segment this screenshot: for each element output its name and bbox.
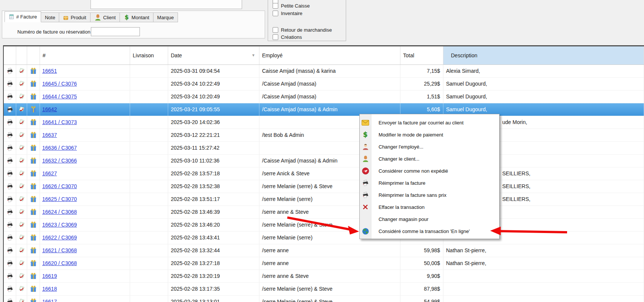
invoice-link[interactable]: 16621 / C3068	[42, 247, 77, 253]
menu-item-2[interactable]: $Modifier le mode de paiement	[360, 129, 499, 141]
gift-icon-cell[interactable]	[27, 231, 40, 244]
reprint-icon-cell[interactable]	[16, 219, 27, 231]
invoice-link[interactable]: 16636 / C3067	[42, 145, 77, 151]
gift-icon-cell[interactable]	[27, 180, 40, 193]
invoice-link[interactable]: 16645 / C3076	[42, 81, 77, 87]
reprint-icon-cell[interactable]	[16, 155, 27, 167]
invoice-link[interactable]: 16651	[42, 68, 57, 74]
invoice-link[interactable]: 16642	[42, 106, 57, 112]
checkbox-box[interactable]	[273, 27, 278, 33]
gift-icon-cell[interactable]	[27, 244, 40, 257]
printer-icon-cell[interactable]	[4, 206, 16, 218]
printer-icon-cell[interactable]	[4, 78, 16, 90]
gift-icon-cell[interactable]	[27, 65, 40, 77]
reprint-icon-cell[interactable]	[16, 90, 27, 103]
menu-item-6[interactable]: Réimprimer la facture	[360, 177, 499, 189]
printer-icon-cell[interactable]	[4, 116, 16, 129]
reprint-icon-cell[interactable]	[16, 116, 27, 129]
menu-item-10[interactable]: Considéré comme la transaction 'En ligne…	[360, 225, 499, 237]
gift-icon-cell[interactable]	[27, 129, 40, 141]
invoice-link[interactable]: 16627	[42, 170, 57, 176]
printer-icon-cell[interactable]	[4, 90, 16, 103]
column-header-date[interactable]: Date▼	[168, 46, 259, 64]
invoice-link[interactable]: 16637	[42, 132, 57, 138]
printer-icon-cell[interactable]	[4, 155, 16, 167]
printer-icon-cell[interactable]	[4, 296, 16, 302]
tab-montant[interactable]: $Montant	[120, 12, 153, 22]
invoice-link[interactable]: 16620 / C3068	[42, 260, 77, 266]
invoice-row-16642[interactable]: 166422025-03-21 09:05:55/Caisse Amjad (m…	[4, 103, 644, 116]
gift-icon-cell[interactable]	[27, 270, 40, 282]
gift-icon-cell[interactable]	[27, 206, 40, 218]
printer-icon-cell[interactable]	[4, 167, 16, 180]
reprint-icon-cell[interactable]	[16, 167, 27, 180]
printer-icon-cell[interactable]	[4, 103, 16, 116]
gift-icon-cell[interactable]	[27, 283, 40, 295]
invoice-row-16645[interactable]: 16645 / C30762025-03-24 10:22:49/Caisse …	[4, 78, 644, 90]
checkbox-petite-caisse[interactable]: Petite Caisse	[273, 3, 310, 9]
gift-icon-cell[interactable]	[27, 167, 40, 180]
reprint-icon-cell[interactable]	[16, 180, 27, 193]
invoice-row-16637[interactable]: 166372025-03-12 22:21:21/test Bob & Admi…	[4, 129, 644, 142]
tab--facture[interactable]: # Facture	[5, 11, 41, 22]
reprint-icon-cell[interactable]	[16, 244, 27, 257]
top-cropped-input-box[interactable]	[90, 0, 242, 9]
printer-icon-cell[interactable]	[4, 193, 16, 205]
invoice-row-16618[interactable]: 166182025-02-28 13:17:35/serre Melanie (…	[4, 283, 644, 296]
checkbox-créations[interactable]: Créations	[273, 34, 302, 40]
printer-icon-cell[interactable]	[4, 129, 16, 141]
gift-icon-cell[interactable]	[27, 219, 40, 231]
printer-icon-cell[interactable]	[4, 180, 16, 193]
invoice-row-16644[interactable]: 16644 / C30752025-03-24 10:20:49/Caisse …	[4, 90, 644, 103]
printer-icon-cell[interactable]	[4, 270, 16, 282]
gift-icon-cell[interactable]	[27, 142, 40, 154]
invoice-link[interactable]: 16617	[42, 299, 57, 302]
invoice-number-input[interactable]	[91, 27, 140, 36]
menu-item-8[interactable]: Effacer la transaction	[360, 201, 499, 213]
gift-icon-cell[interactable]	[27, 116, 40, 129]
column-header-description[interactable]: Description	[443, 46, 644, 64]
invoice-row-16624[interactable]: 16624 / C30682025-02-28 13:46:39/serre a…	[4, 206, 644, 219]
invoice-row-16641[interactable]: 16641 / C30732025-03-20 14:02:36ude Mori…	[4, 116, 644, 129]
menu-item-3[interactable]: Changer l'employé...	[360, 141, 499, 153]
invoice-row-16651[interactable]: 166512025-03-31 09:04:54Caisse Amjad (ma…	[4, 65, 644, 78]
reprint-icon-cell[interactable]	[16, 65, 27, 77]
column-header-livraison[interactable]: Livraison	[130, 46, 168, 64]
menu-item-4[interactable]: Changer le client...	[360, 153, 499, 165]
checkbox-inventaire[interactable]: Inventaire	[273, 11, 302, 16]
invoice-row-16621[interactable]: 16621 / C30682025-02-28 13:32:44/serre a…	[4, 244, 644, 257]
invoice-link[interactable]: 16641 / C3073	[42, 119, 77, 125]
invoice-row-16619[interactable]: 166192025-02-28 13:20:19/serre anne & St…	[4, 270, 644, 283]
printer-icon-cell[interactable]	[4, 142, 16, 154]
reprint-icon-cell[interactable]	[16, 257, 27, 270]
checkbox-box[interactable]	[273, 3, 278, 9]
column-header-num[interactable]: #	[40, 46, 130, 64]
menu-item-5[interactable]: Considérer comme non expédié	[360, 165, 499, 177]
invoice-row-16636[interactable]: 16636 / C30672025-03-11 15:27:42	[4, 142, 644, 155]
tab-produit[interactable]: Produit	[59, 12, 90, 22]
invoice-link[interactable]: 16618	[42, 286, 57, 292]
invoice-row-16623[interactable]: 16623 / C30692025-02-28 13:46:20/serre M…	[4, 219, 644, 231]
column-header-employe[interactable]: Employé	[259, 46, 400, 64]
gift-icon-cell[interactable]	[27, 78, 40, 90]
invoice-row-16627[interactable]: 166272025-02-28 13:57:18/serre Anick & S…	[4, 167, 644, 180]
gift-icon-cell[interactable]	[27, 193, 40, 205]
invoice-row-16620[interactable]: 16620 / C30682025-02-28 13:27:18/serre a…	[4, 257, 644, 270]
reprint-icon-cell[interactable]	[16, 283, 27, 295]
reprint-icon-cell[interactable]	[16, 193, 27, 205]
menu-item-7[interactable]: Réimprimer la facture sans prix	[360, 189, 499, 201]
tab-client[interactable]: Client	[90, 12, 120, 22]
invoice-link[interactable]: 16624 / C3068	[42, 209, 77, 215]
invoice-link[interactable]: 16632 / C3066	[42, 158, 77, 164]
printer-icon-cell[interactable]	[4, 283, 16, 295]
printer-icon-cell[interactable]	[4, 257, 16, 270]
gift-icon-cell[interactable]	[27, 155, 40, 167]
invoice-link[interactable]: 16625 / C3070	[42, 196, 77, 202]
column-header-total[interactable]: Total	[400, 46, 443, 64]
invoice-row-16625[interactable]: 16625 / C30702025-02-28 13:51:17/serre M…	[4, 193, 644, 206]
reprint-icon-cell[interactable]	[16, 129, 27, 141]
invoice-row-16617[interactable]: 166172025-02-28 13:13:01/serre Melanie (…	[4, 296, 644, 302]
gift-icon-cell[interactable]	[27, 90, 40, 103]
tab-note[interactable]: Note	[41, 12, 59, 22]
printer-icon-cell[interactable]	[4, 65, 16, 77]
